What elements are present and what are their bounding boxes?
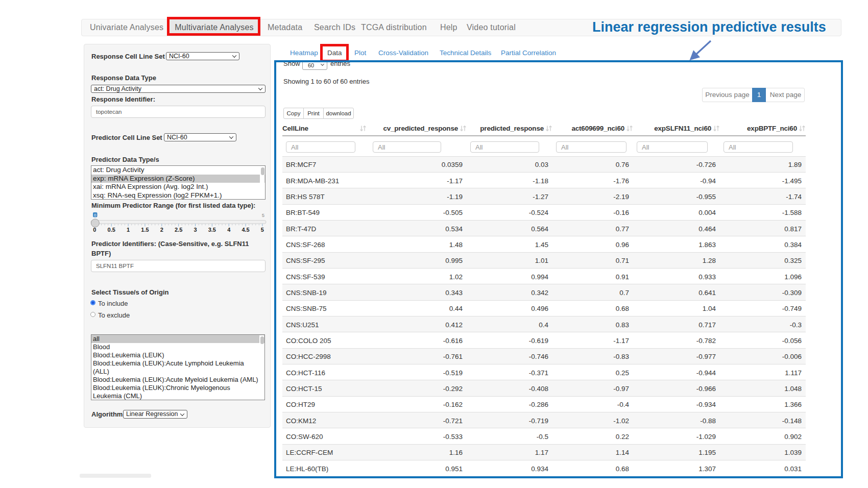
svg-text:1.5: 1.5 <box>141 227 149 233</box>
svg-text:3.5: 3.5 <box>208 227 216 233</box>
svg-text:0.5: 0.5 <box>108 227 115 233</box>
svg-text:0: 0 <box>93 227 96 233</box>
svg-text:4.5: 4.5 <box>242 227 249 233</box>
svg-text:2.5: 2.5 <box>175 227 182 233</box>
svg-text:2: 2 <box>160 227 163 233</box>
svg-text:4: 4 <box>227 227 231 233</box>
svg-text:5: 5 <box>262 212 264 218</box>
svg-text:0: 0 <box>94 213 97 217</box>
svg-text:5: 5 <box>261 227 264 233</box>
svg-text:1: 1 <box>127 227 130 233</box>
svg-text:3: 3 <box>194 227 197 233</box>
